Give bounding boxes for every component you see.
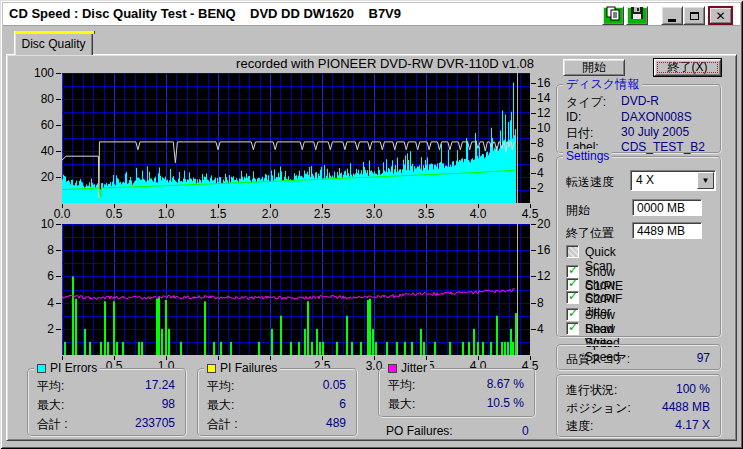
axis-tick-label: 4.0 (466, 207, 490, 221)
jitter-avg: 8.67 % (487, 377, 524, 391)
max-label: 最大: (37, 397, 64, 414)
axis-tick-mark (374, 204, 375, 208)
axis-tick-mark (531, 113, 536, 114)
axis-tick-mark (531, 250, 536, 251)
minimize-button[interactable] (661, 6, 683, 25)
axis-tick-mark (530, 204, 531, 208)
minimize-icon (668, 19, 676, 22)
axis-tick-label: 6 (0, 269, 54, 283)
axis-tick-mark (322, 204, 323, 208)
quality-score-box: 品質スコア:97 (556, 344, 722, 371)
axis-tick-mark (531, 329, 536, 330)
tab-active-indicator (14, 31, 95, 34)
axis-tick-mark (218, 356, 219, 360)
save-button[interactable] (626, 6, 648, 25)
axis-tick-label: 10 (537, 121, 550, 135)
show-write-speed-checkbox[interactable]: ✓ (566, 322, 579, 335)
axis-tick-label: 3.0 (362, 207, 386, 221)
start-position-label: 開始 (566, 202, 590, 219)
po-failures-label: PO Failures: (386, 424, 453, 438)
pi-failures-avg: 0.05 (323, 378, 346, 392)
disc-info-title: ディスク情報 (563, 77, 642, 91)
transfer-speed-label: 転送速度 (566, 174, 614, 191)
start-position-input[interactable]: 0000 MB (632, 199, 702, 216)
progress-value: 100 % (676, 382, 710, 396)
axis-tick-label: 4 (537, 166, 544, 180)
close-x-icon: ✕ (715, 9, 725, 23)
copy-to-clipboard-button[interactable] (602, 6, 624, 25)
axis-tick-label: 60 (0, 118, 54, 132)
axis-tick-label: 1.5 (206, 207, 230, 221)
tab-disc-quality[interactable]: Disc Quality (14, 31, 93, 55)
speed-dropdown-value: 4 X (636, 173, 654, 187)
pi-errors-swatch-icon (37, 364, 46, 373)
speed-value: 4.17 X (675, 418, 710, 432)
pi-failures-stats-box: PI Failures 平均:0.05 最大:6 合計 :489 (197, 368, 358, 437)
axis-tick-mark (531, 224, 536, 225)
po-failures-value: 0 (522, 424, 529, 438)
axis-tick-label: 8 (0, 243, 54, 257)
progress-label: 進行状況: (566, 382, 617, 399)
axis-tick-mark (62, 204, 63, 208)
axis-tick-mark (531, 143, 536, 144)
exit-button-label: 終了(X) (668, 60, 708, 74)
settings-title: Settings (563, 149, 612, 163)
axis-tick-label: 6 (537, 151, 544, 165)
exit-button-frame: 終了(X) (653, 58, 722, 77)
quick-scan-checkbox[interactable]: ✓ (566, 245, 579, 258)
close-button[interactable]: ✕ (708, 6, 733, 25)
maximize-icon (690, 12, 699, 20)
pi-errors-avg: 17.24 (145, 378, 175, 392)
axis-tick-mark (56, 99, 61, 100)
copy-to-clipboard-icon (606, 6, 621, 25)
axis-tick-mark (531, 173, 536, 174)
axis-tick-mark (114, 204, 115, 208)
max-label: 最大: (388, 396, 415, 413)
pi-errors-max: 98 (162, 397, 175, 411)
end-position-value: 4489 MB (637, 224, 685, 238)
axis-tick-mark (426, 356, 427, 360)
pi-failures-legend: PI Failures (204, 361, 280, 375)
axis-tick-mark (478, 356, 479, 360)
avg-label: 平均: (388, 377, 415, 394)
axis-tick-mark (56, 224, 61, 225)
position-label: ポジション: (566, 400, 631, 417)
app-window: CD Speed : Disc Quality Test - BENQ DVD … (0, 0, 743, 449)
axis-tick-mark (531, 188, 536, 189)
axis-tick-mark (114, 356, 115, 360)
axis-tick-mark (56, 329, 61, 330)
maximize-button[interactable] (683, 6, 705, 25)
axis-tick-mark (531, 128, 536, 129)
axis-tick-mark (56, 125, 61, 126)
disc-id-value: DAXON008S (621, 110, 692, 124)
axis-tick-label: 2.5 (310, 207, 334, 221)
axis-tick-label: 20 (0, 170, 54, 184)
speed-dropdown[interactable]: 4 X ▼ (630, 170, 716, 191)
disc-type-value: DVD-R (621, 94, 659, 108)
pi-failures-max: 6 (339, 397, 346, 411)
quality-score-value: 97 (697, 351, 710, 365)
pi-errors-legend: PI Errors (34, 361, 100, 375)
save-disk-icon (630, 6, 645, 25)
position-value: 4488 MB (662, 400, 710, 414)
max-label: 最大: (207, 397, 234, 414)
jitter-max: 10.5 % (487, 396, 524, 410)
axis-tick-mark (270, 356, 271, 360)
settings-box: Settings 転送速度 4 X ▼ 開始 0000 MB 終了位置 4489… (556, 156, 722, 338)
total-label: 合計 : (207, 416, 238, 433)
jitter-stats-box: Jitter 平均:8.67 % 最大:10.5 % (378, 368, 536, 418)
axis-tick-label: 3.5 (414, 207, 438, 221)
axis-tick-mark (56, 151, 61, 152)
total-label: 合計 : (37, 416, 68, 433)
exit-button[interactable]: 終了(X) (654, 59, 721, 76)
axis-tick-mark (322, 356, 323, 360)
end-position-label: 終了位置 (566, 225, 614, 242)
show-jitter-checkbox[interactable]: ✓ (566, 291, 579, 304)
title-bar: CD Speed : Disc Quality Test - BENQ DVD … (3, 3, 740, 26)
start-button[interactable]: 開始 (563, 59, 625, 76)
axis-tick-label: 0.5 (102, 207, 126, 221)
disc-info-box: ディスク情報 タイプ:DVD-R ID:DAXON008S 日付:30 July… (556, 84, 722, 154)
axis-tick-mark (56, 303, 61, 304)
end-position-input[interactable]: 4489 MB (632, 222, 702, 239)
chevron-down-icon[interactable]: ▼ (697, 172, 714, 189)
